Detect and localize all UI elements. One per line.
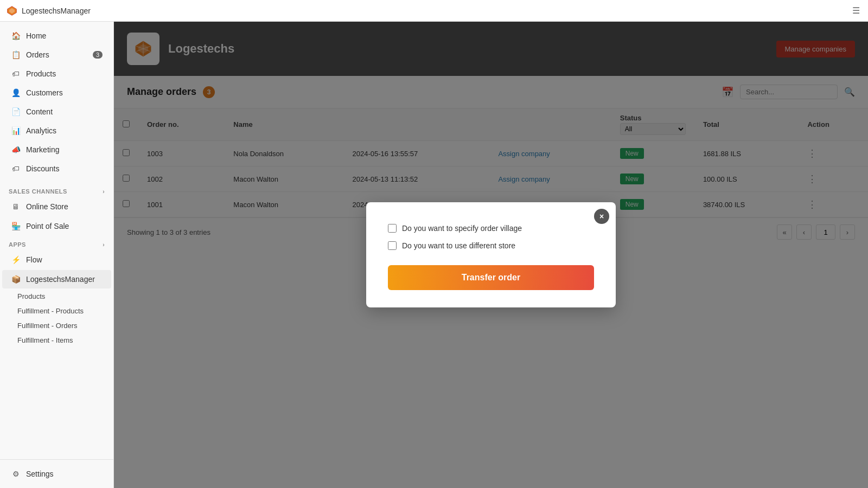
topbar-logo [7,5,17,16]
specify-village-label: Do you want to specify order village [402,224,522,233]
sidebar-item-home[interactable]: 🏠 Home [2,27,111,45]
sales-channels-arrow[interactable]: › [103,189,105,195]
settings-icon: ⚙ [11,469,21,479]
different-store-checkbox[interactable] [388,241,397,250]
sidebar-sub-fulfillment-items[interactable]: Fulfillment - Items [0,333,113,348]
flow-icon: ⚡ [11,255,21,265]
sidebar-item-logestechs[interactable]: 📦 LogestechsManager [2,270,111,288]
sidebar-item-point-of-sale[interactable]: 🏪 Point of Sale [2,217,111,235]
analytics-icon: 📊 [11,126,21,136]
different-store-label: Do you want to use different store [402,241,515,250]
home-icon: 🏠 [11,31,21,41]
customers-icon: 👤 [11,88,21,98]
sidebar-item-settings[interactable]: ⚙ Settings [2,465,111,483]
apps-section: Apps › [0,236,113,250]
sidebar: 🏠 Home 📋 Orders 3 🏷 Products 👤 Customers… [0,22,114,488]
sidebar-item-orders[interactable]: 📋 Orders 3 [2,46,111,64]
orders-badge: 3 [93,51,103,59]
topbar-menu-icon[interactable]: ☰ [851,5,861,16]
modal-option-store: Do you want to use different store [388,237,594,254]
logestechs-icon: 📦 [11,274,21,284]
point-of-sale-icon: 🏪 [11,221,21,231]
content-icon: 📄 [11,107,21,117]
modal-close-button[interactable]: × [594,209,609,224]
sidebar-sub-fulfillment-products[interactable]: Fulfillment - Products [0,304,113,318]
main-content: Logestechs Manage companies Manage order… [114,22,868,488]
modal-option-village: Do you want to specify order village [388,220,594,237]
discounts-icon: 🏷 [11,164,21,174]
marketing-icon: 📣 [11,145,21,155]
topbar: LogestechsManager ☰ [0,0,868,22]
sales-channels-section: Sales channels › [0,183,113,197]
sidebar-item-marketing[interactable]: 📣 Marketing [2,140,111,159]
transfer-order-button[interactable]: Transfer order [388,265,594,290]
sidebar-item-flow[interactable]: ⚡ Flow [2,251,111,269]
specify-village-checkbox[interactable] [388,224,397,233]
topbar-title: LogestechsManager [22,7,91,15]
sidebar-item-customers[interactable]: 👤 Customers [2,84,111,102]
sidebar-item-products[interactable]: 🏷 Products [2,65,111,83]
transfer-order-modal: × Do you want to specify order village D… [366,202,616,307]
sidebar-sub-fulfillment-orders[interactable]: Fulfillment - Orders [0,318,113,333]
sidebar-item-analytics[interactable]: 📊 Analytics [2,121,111,140]
online-store-icon: 🖥 [11,202,21,211]
sidebar-item-content[interactable]: 📄 Content [2,102,111,121]
sidebar-item-discounts[interactable]: 🏷 Discounts [2,159,111,178]
products-icon: 🏷 [11,69,21,79]
orders-icon: 📋 [11,50,21,60]
apps-arrow[interactable]: › [103,242,105,248]
modal-overlay: × Do you want to specify order village D… [114,22,868,488]
sidebar-sub-products[interactable]: Products [0,289,113,304]
sidebar-item-online-store[interactable]: 🖥 Online Store [2,197,111,216]
